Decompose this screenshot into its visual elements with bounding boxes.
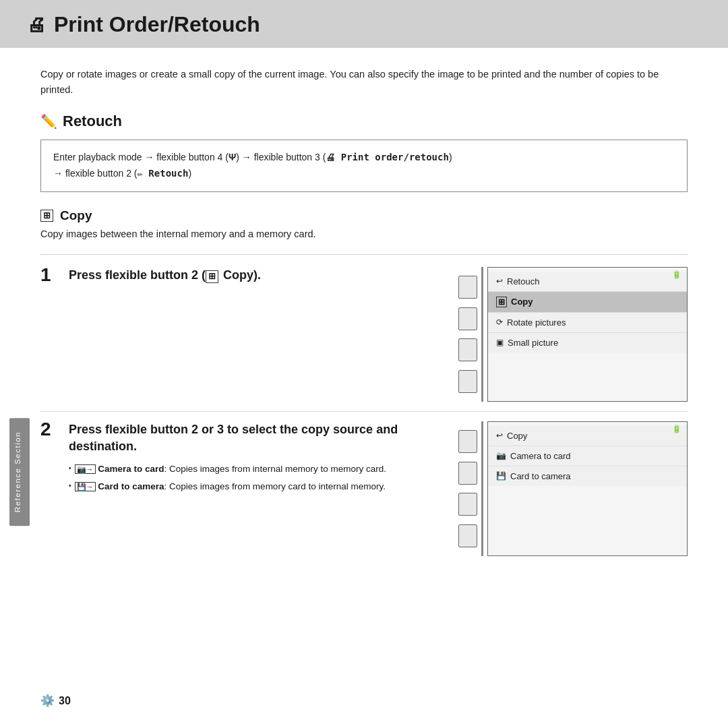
retouch-menu-label: Retouch (507, 276, 539, 286)
steps-section: 1 Press flexible button 2 (⊞ Copy). (40, 267, 688, 575)
step-1-number: 1 (40, 264, 69, 286)
page-title: Print Order/Retouch (54, 12, 260, 37)
vert-line-2 (481, 421, 483, 556)
notch-btn-1 (458, 276, 477, 299)
notch-btn-7 (458, 493, 477, 516)
camera-to-card-icon: 📷→ (75, 464, 96, 474)
page-footer: ⚙️ 30 (40, 694, 71, 708)
step-2-text: Press flexible button 2 or 3 to select t… (69, 421, 458, 497)
small-pic-label: Small picture (508, 338, 558, 348)
step-1-text: Press flexible button 2 (⊞ Copy). (69, 267, 458, 288)
copy-menu-label: Copy (511, 297, 533, 307)
screen-mockup-2: 🔋 ↩ Copy 📷 Camera to card (458, 421, 688, 556)
notch-btn-2 (458, 307, 477, 330)
header-icon: 🖨 (27, 13, 46, 36)
notch-btn-4 (458, 370, 477, 393)
step-2-bullets: • 📷→ Camera to card: Copies images from … (69, 462, 445, 493)
screen-wrapper-2: 🔋 ↩ Copy 📷 Camera to card (458, 421, 688, 556)
corner-icon-2: 🔋 (672, 425, 681, 433)
header-bar: 🖨 Print Order/Retouch (0, 0, 728, 48)
main-content: Copy or rotate images or create a small … (0, 48, 728, 594)
menu-copy-selected: ⊞ Copy (488, 292, 687, 313)
bullet-camera-to-card-text: 📷→ Camera to card: Copies images from in… (75, 462, 386, 477)
bullet-card-to-camera: • 💾→ Card to camera: Copies images from … (69, 479, 445, 494)
card-to-cam-icon: 💾 (496, 471, 506, 481)
menu2-card-to-camera: 💾 Card to camera (488, 466, 687, 486)
left-notch-1 (458, 267, 477, 402)
step-1-row: 1 Press flexible button 2 (⊞ Copy). (40, 267, 688, 412)
menu2-camera-to-card: 📷 Camera to card (488, 446, 687, 466)
step-2-row: 2 Press flexible button 2 or 3 to select… (40, 421, 688, 566)
cam-to-card-label: Camera to card (510, 451, 571, 461)
copy-description: Copy images between the internal memory … (40, 229, 688, 239)
screen-wrapper-1: 🔋 ↩ Retouch ⊞ Copy ⟳ (458, 267, 688, 402)
footer-page-number: 30 (59, 695, 71, 707)
bullet-dot-1: • (69, 463, 71, 474)
corner-icon-1: 🔋 (672, 270, 681, 279)
instruction-line1: Enter playback mode → flexible button 4 … (53, 152, 452, 162)
notch-btn-6 (458, 462, 477, 485)
retouch-heading: ✏️ Retouch (40, 113, 688, 130)
card-to-cam-label: Card to camera (510, 471, 571, 481)
back-icon: ↩ (496, 431, 503, 440)
step-2-title: Press flexible button 2 or 3 to select t… (69, 421, 445, 455)
notch-btn-8 (458, 524, 477, 547)
small-pic-icon: ▣ (496, 338, 504, 347)
menu2-copy-back: ↩ Copy (488, 426, 687, 446)
notch-btn-3 (458, 338, 477, 361)
retouch-menu-icon: ↩ (496, 276, 503, 286)
menu-rotate: ⟳ Rotate pictures (488, 313, 687, 333)
instruction-line2: → flexible button 2 (✏️ Retouch) (53, 168, 191, 179)
retouch-instruction-box: Enter playback mode → flexible button 4 … (40, 140, 688, 192)
step-1-title: Press flexible button 2 (⊞ Copy). (69, 267, 445, 284)
footer-icon: ⚙️ (40, 694, 55, 708)
camera-display-2: 🔋 ↩ Copy 📷 Camera to card (487, 421, 688, 556)
back-label: Copy (507, 431, 527, 441)
bullet-dot-2: • (69, 481, 71, 491)
copy-heading-label: Copy (60, 208, 92, 223)
card-to-camera-icon: 💾→ (75, 482, 96, 491)
rotate-menu-label: Rotate pictures (507, 317, 566, 328)
bullet-card-to-camera-text: 💾→ Card to camera: Copies images from me… (75, 479, 386, 494)
bullet-camera-to-card: • 📷→ Camera to card: Copies images from … (69, 462, 445, 477)
rotate-menu-icon: ⟳ (496, 317, 503, 327)
menu-small-picture: ▣ Small picture (488, 333, 687, 353)
section-divider (40, 254, 688, 255)
screen-mockup-1: 🔋 ↩ Retouch ⊞ Copy ⟳ (458, 267, 688, 402)
copy-icon: ⊞ (40, 210, 53, 222)
intro-text: Copy or rotate images or create a small … (40, 67, 688, 98)
cam-to-card-icon: 📷 (496, 451, 506, 460)
camera-display-1: 🔋 ↩ Retouch ⊞ Copy ⟳ (487, 267, 688, 402)
reference-section-label: Reference Section (9, 418, 30, 526)
vert-line-1 (481, 267, 483, 402)
left-notch-2 (458, 421, 477, 556)
retouch-icon: ✏️ (40, 113, 57, 129)
notch-btn-5 (458, 430, 477, 453)
menu-retouch: ↩ Retouch (488, 272, 687, 292)
step-2-number: 2 (40, 419, 69, 440)
step1-copy-icon: ⊞ (206, 270, 218, 283)
copy-heading: ⊞ Copy (40, 208, 688, 223)
sidebar-area: Reference Section (9, 283, 30, 661)
copy-menu-icon: ⊞ (496, 297, 507, 307)
retouch-heading-label: Retouch (63, 113, 122, 130)
